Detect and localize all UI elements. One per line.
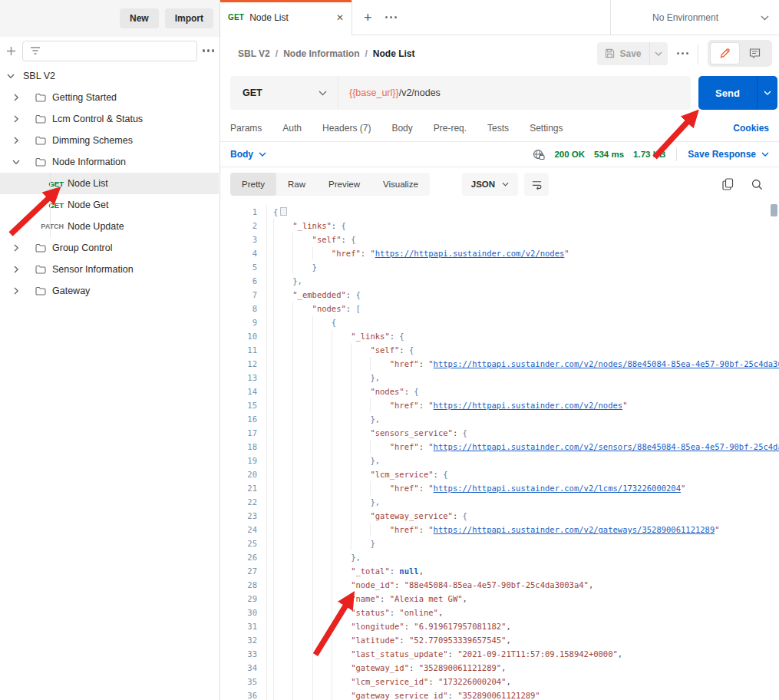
breadcrumb-folder[interactable]: Node Information	[283, 48, 359, 59]
response-time[interactable]: 534 ms	[594, 150, 624, 159]
tree-item-node-update[interactable]: PATCHNode Update	[0, 216, 219, 237]
request-tab-params[interactable]: Params	[230, 123, 262, 134]
request-tab-pre-req-[interactable]: Pre-req.	[434, 123, 467, 134]
new-button[interactable]: New	[120, 8, 159, 28]
import-button[interactable]: Import	[165, 8, 213, 28]
request-tab-body[interactable]: Body	[391, 123, 412, 134]
code-line: 30"status": "online",	[220, 606, 779, 619]
tree-item-node-information[interactable]: Node Information	[0, 151, 219, 173]
copy-button[interactable]	[722, 178, 734, 190]
tab-bar: GET Node List ✕ + No Environment	[220, 0, 779, 35]
json-link[interactable]: https://httpapi.sustainder.com/v2/nodes	[434, 401, 623, 410]
url-input[interactable]: {{base_url}}/v2/nodes	[338, 88, 441, 98]
close-tab-icon[interactable]: ✕	[336, 12, 344, 23]
wrap-lines-button[interactable]	[524, 173, 549, 196]
line-number: 2	[220, 219, 257, 233]
chevron-down-icon	[319, 91, 327, 96]
line-number: 20	[220, 467, 257, 481]
json-link[interactable]: https://httpapi.sustainder.com/v2/nodes/…	[434, 359, 779, 368]
code-line: 19},	[220, 454, 779, 467]
format-selector[interactable]: JSON	[462, 173, 518, 196]
request-more-actions-button[interactable]	[677, 52, 689, 55]
tree-item-label: Getting Started	[52, 92, 117, 103]
line-number: 30	[220, 606, 257, 619]
json-link[interactable]: https://httpapi.sustainder.com/v2/sensor…	[434, 442, 779, 451]
sidebar-more-button[interactable]	[203, 49, 215, 52]
sidebar-header: New Import	[0, 0, 220, 37]
tab-method-badge: GET	[228, 13, 244, 21]
tree-item-sensor-information[interactable]: Sensor Information	[0, 259, 219, 280]
breadcrumb-separator: /	[276, 48, 278, 59]
chevron-down-icon	[502, 182, 509, 187]
request-header-row: SBL V2 / Node Information / Node List Sa…	[220, 35, 779, 71]
response-size[interactable]: 1.73 KB	[633, 150, 665, 159]
send-label: Send	[698, 88, 757, 99]
send-options-button[interactable]	[757, 76, 777, 110]
request-tab-headers-7-[interactable]: Headers (7)	[322, 123, 371, 134]
view-tab-raw[interactable]: Raw	[276, 173, 317, 196]
save-button[interactable]: Save	[597, 42, 667, 65]
tree-item-label: Gateway	[52, 286, 90, 296]
breadcrumb-separator: /	[365, 48, 367, 59]
request-tab-auth[interactable]: Auth	[282, 123, 302, 134]
code-line: 31"longitude": "6.919617957081182",	[220, 619, 779, 633]
tree-item-label: Dimming Schemes	[52, 135, 133, 146]
json-link[interactable]: https://httpapi.sustainder.com/v2/nodes	[375, 249, 565, 258]
json-link[interactable]: https://httpapi.sustainder.com/v2/lcms/1…	[434, 484, 681, 493]
line-number: 1	[220, 205, 257, 219]
response-body-viewer[interactable]: 1{2"_links": {3"self": {4"href": "https:…	[220, 201, 779, 700]
code-line: 23"gateway_service": {	[220, 509, 779, 523]
tree-item-lcm-control-status[interactable]: Lcm Control & Status	[0, 108, 219, 130]
view-mode-tabs: PrettyRawPreviewVisualize	[230, 173, 430, 196]
response-body-selector[interactable]: Body	[230, 149, 266, 160]
tree-item-sbl-v2[interactable]: SBL V2	[0, 65, 219, 87]
line-number: 19	[220, 454, 257, 467]
add-collection-button[interactable]	[5, 45, 17, 57]
breadcrumb-collection[interactable]: SBL V2	[238, 48, 270, 59]
request-tab-tests[interactable]: Tests	[487, 123, 509, 134]
collection-filter-input[interactable]	[22, 41, 197, 61]
code-line: 4"href": "https://httpapi.sustainder.com…	[220, 246, 779, 260]
code-line: 18"href": "https://httpapi.sustainder.co…	[220, 440, 779, 454]
comments-button[interactable]	[740, 42, 770, 64]
method-label: GET	[243, 88, 262, 98]
line-number: 6	[220, 274, 257, 288]
edit-mode-button[interactable]	[710, 42, 740, 64]
tree-item-group-control[interactable]: Group Control	[0, 237, 219, 259]
view-tab-visualize[interactable]: Visualize	[371, 173, 430, 196]
send-button[interactable]: Send	[698, 76, 777, 110]
url-bar: GET {{base_url}}/v2/nodes	[230, 76, 691, 110]
search-response-button[interactable]	[751, 179, 763, 190]
line-number: 15	[220, 398, 257, 412]
sidebar: New Import SBL V2Getting StartedLcm Cont…	[0, 0, 220, 700]
save-options-button[interactable]	[649, 42, 668, 65]
request-tab-node-list[interactable]: GET Node List ✕	[220, 0, 352, 35]
tree-item-gateway[interactable]: Gateway	[0, 280, 219, 302]
tree-item-node-list[interactable]: GETNode List	[0, 173, 219, 194]
code-line: 26},	[220, 550, 779, 564]
view-tab-pretty[interactable]: Pretty	[230, 173, 276, 196]
save-response-button[interactable]: Save Response	[688, 149, 769, 160]
tree-item-node-get[interactable]: GETNode Get	[0, 194, 219, 216]
environment-selector[interactable]: No Environment	[610, 0, 779, 35]
scrollbar-thumb[interactable]	[771, 204, 777, 216]
tree-item-dimming-schemes[interactable]: Dimming Schemes	[0, 130, 219, 151]
tree-item-getting-started[interactable]: Getting Started	[0, 87, 219, 108]
line-number: 14	[220, 385, 257, 398]
code-line: 16},	[220, 412, 779, 426]
code-line: 29"name": "Alexia met GW",	[220, 592, 779, 606]
fold-widget-icon[interactable]	[280, 207, 287, 216]
status-badge[interactable]: 200 OK	[554, 150, 585, 159]
method-badge: GET	[38, 180, 64, 188]
json-link[interactable]: https://httpapi.sustainder.com/v2/gatewa…	[434, 525, 715, 534]
method-selector[interactable]: GET	[230, 76, 338, 110]
tab-options-button[interactable]	[385, 16, 398, 19]
view-tab-preview[interactable]: Preview	[317, 173, 371, 196]
line-number: 12	[220, 357, 257, 371]
request-tab-settings[interactable]: Settings	[530, 123, 563, 134]
new-tab-button[interactable]: +	[364, 11, 372, 25]
cookies-link[interactable]: Cookies	[733, 123, 769, 134]
filter-icon	[30, 46, 41, 55]
line-number: 23	[220, 509, 257, 523]
line-number: 28	[220, 578, 257, 592]
